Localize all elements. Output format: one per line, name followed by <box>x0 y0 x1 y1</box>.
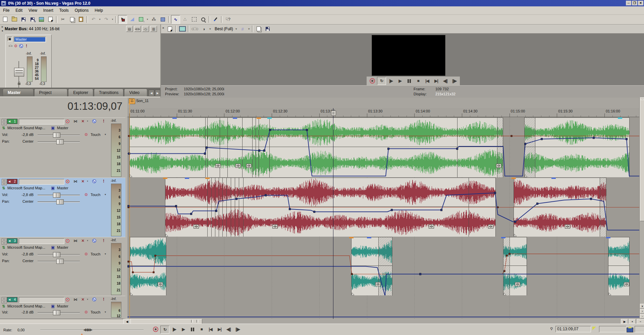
thumb-edge-handle[interactable] <box>191 320 193 323</box>
bus-assignment-label[interactable]: Master <box>57 186 68 190</box>
title-bar[interactable]: ▶ 0% (30 of 30) - Son Nu.veg - Vegas Pro… <box>0 0 644 6</box>
menu-tools[interactable]: Tools <box>56 7 72 14</box>
play-button[interactable]: ▶ <box>179 326 187 333</box>
pan-value[interactable]: Center <box>16 259 34 263</box>
fader-lock-icon[interactable] <box>18 83 20 85</box>
bus-icon[interactable]: ▣ <box>7 37 12 41</box>
automation-settings-gear[interactable]: ⚙ <box>13 44 18 48</box>
bus-assignment-button[interactable]: ▣ <box>51 304 55 308</box>
track-2-header[interactable]: 2◀⋈✕▾!-Inf.⇅Microsoft Sound Map...▣Maste… <box>0 178 127 238</box>
copy-snapshot-button[interactable] <box>255 25 263 33</box>
playhead-line[interactable] <box>333 108 333 319</box>
preview-properties-button[interactable] <box>166 25 174 33</box>
invert-phase-button[interactable]: ! <box>101 238 107 243</box>
thumb-edge-handle[interactable] <box>197 320 198 323</box>
audio-device-name[interactable]: Microsoft Sound Map... <box>7 245 45 249</box>
redo-dropdown[interactable]: ▾ <box>111 15 114 23</box>
selection-field[interactable] <box>599 326 627 332</box>
track-fx-button[interactable]: ⋈ <box>72 238 78 243</box>
vol-value[interactable]: -2,8 dB <box>16 252 34 256</box>
insert-fx-icon[interactable]: o⎕o <box>8 44 13 48</box>
previous-frame-button[interactable]: ◀|| <box>224 326 233 333</box>
new-project-button[interactable] <box>1 15 9 23</box>
marquee-select-button[interactable] <box>190 15 198 23</box>
automation-mode-value[interactable]: Touch <box>91 252 100 256</box>
track-meter[interactable]: 612 <box>111 302 121 318</box>
downmix-output-icon[interactable]: ⊲⊳ <box>134 26 141 32</box>
automation-settings-gear[interactable]: ⚙ <box>83 132 89 137</box>
track-name-field[interactable] <box>19 119 64 125</box>
track-name-field[interactable] <box>19 179 64 185</box>
menu-help[interactable]: Help <box>92 7 106 14</box>
track-4-header[interactable]: 4◀⋈✕▾!-Inf.⇅Microsoft Sound Map...▣Maste… <box>0 296 127 319</box>
pause-button[interactable] <box>188 326 197 333</box>
close-panel-icon[interactable]: ✕ <box>1 26 4 29</box>
audio-device-icon[interactable]: ⇅ <box>2 186 5 190</box>
video-output-fx-button[interactable]: o⎕o <box>191 25 199 33</box>
track-zoom-out-button[interactable]: − <box>640 314 644 319</box>
mute-dropdown[interactable]: ▾ <box>85 179 91 184</box>
minimize-button[interactable]: ─ <box>626 1 631 5</box>
rate-slider-thumb[interactable]: ◀◀▶▶ <box>83 327 92 332</box>
cursor-position-field[interactable]: 01:13:09,07 <box>555 326 591 332</box>
automation-mode-dropdown[interactable]: ▾ <box>105 310 106 314</box>
save-button[interactable] <box>19 15 28 23</box>
track-fx-button[interactable]: ⋈ <box>72 297 78 302</box>
lock-envelopes-button[interactable] <box>159 15 167 23</box>
pause-button[interactable] <box>405 77 413 85</box>
cut-button[interactable]: ✂ <box>59 15 67 23</box>
record-button[interactable] <box>368 77 376 85</box>
track-meter[interactable]: 36912151821 <box>111 243 121 295</box>
scroll-down-button[interactable]: ▼ <box>640 304 644 308</box>
track-2-number-badge[interactable]: 2◀ <box>7 179 17 184</box>
play-from-start-button[interactable]: |▶ <box>170 326 178 333</box>
automation-mode-value[interactable]: Touch <box>91 310 100 314</box>
envelope-edit-tool-button[interactable] <box>128 15 136 23</box>
preview-quality-dropdown[interactable]: ▼ <box>234 25 238 33</box>
playhead-handle[interactable] <box>331 110 336 116</box>
edit-tool-dropdown[interactable]: ▾ <box>146 15 149 23</box>
tab-transitions[interactable]: Transitions <box>94 89 123 96</box>
vertical-scroll-thumb[interactable] <box>640 100 644 221</box>
go-to-start-button[interactable]: |◀ <box>206 326 215 333</box>
menu-file[interactable]: File <box>0 7 12 14</box>
mixer-console-icon[interactable]: ▥ <box>150 26 157 32</box>
loop-playback-button[interactable]: ↻ <box>160 326 169 334</box>
auto-hide-panel-icon[interactable]: ◂ <box>1 29 4 32</box>
record-arm-button[interactable] <box>64 118 70 124</box>
pan-slider-thumb[interactable] <box>56 199 64 204</box>
whats-this-help-button[interactable]: ☟? <box>224 15 232 23</box>
audio-device-name[interactable]: Microsoft Sound Map... <box>7 186 45 190</box>
preview-quality-value[interactable]: Best (Full) <box>215 27 233 31</box>
track-name-field[interactable] <box>19 238 64 244</box>
maximize-track-button[interactable] <box>2 300 7 303</box>
overlay-grid-button[interactable]: # <box>238 25 247 33</box>
open-button[interactable] <box>10 15 18 23</box>
track-splitter[interactable] <box>125 98 127 319</box>
horizontal-scrollbar[interactable]: ◀ ▶ + − <box>123 319 644 324</box>
zoom-edit-tool-button[interactable] <box>199 15 207 23</box>
automation-settings-gear[interactable]: ⚙ <box>83 251 89 257</box>
track-3-number-badge[interactable]: 3◀ <box>7 238 17 243</box>
menu-options[interactable]: Options <box>72 7 92 14</box>
record-arm-button[interactable] <box>64 179 70 184</box>
mute-dropdown[interactable]: ▾ <box>85 238 91 243</box>
vertical-scrollbar[interactable]: ▲ ▼ + − <box>639 98 644 319</box>
vol-value[interactable]: -2,8 dB <box>16 133 34 137</box>
selection-edit-tool-button[interactable]: ↑ <box>137 15 145 23</box>
track-3-header[interactable]: 3◀⋈✕▾!-Inf.⇅Microsoft Sound Map...▣Maste… <box>0 237 127 297</box>
normal-edit-tool-button[interactable] <box>118 15 127 24</box>
mute-dropdown[interactable]: ▾ <box>85 118 91 124</box>
menu-view[interactable]: View <box>25 7 40 14</box>
tab-scroll-left[interactable]: ◀ <box>149 90 154 96</box>
vol-value[interactable]: -2.8 dB <box>16 310 34 314</box>
solo-button[interactable] <box>91 238 97 243</box>
invert-phase-button[interactable]: ! <box>101 179 107 184</box>
pan-value[interactable]: Center <box>16 139 34 143</box>
solo-button[interactable] <box>91 118 97 124</box>
maximize-track-button[interactable] <box>2 241 7 245</box>
ignore-event-grouping-button[interactable]: ∴ <box>181 15 189 23</box>
mute-icon[interactable] <box>18 44 24 48</box>
play-button[interactable]: ▶ <box>396 77 404 85</box>
render-as-button[interactable] <box>37 15 46 23</box>
